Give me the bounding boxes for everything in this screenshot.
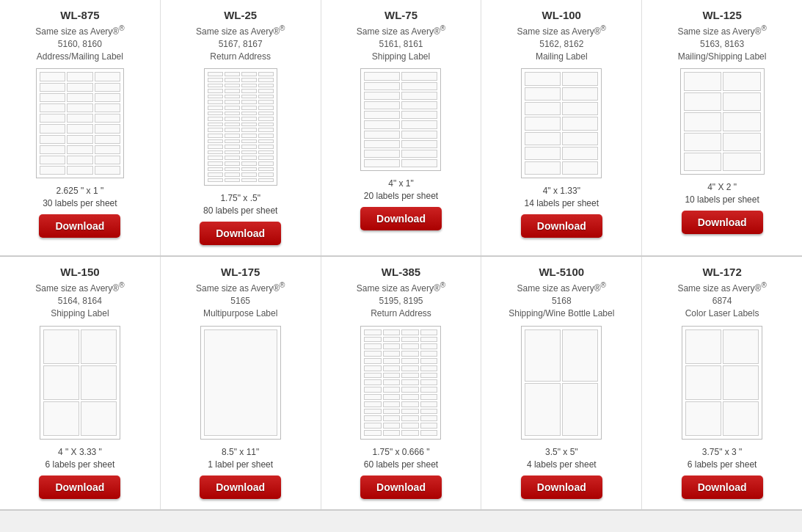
- cell-label-count: 1 label per sheet: [208, 459, 273, 470]
- label-cell-preview: [225, 117, 240, 121]
- download-button-wl-175[interactable]: Download: [200, 475, 281, 499]
- download-button-wl-875[interactable]: Download: [39, 214, 120, 238]
- label-cell-preview: [562, 147, 598, 160]
- label-cell-preview: [723, 329, 759, 364]
- label-cell-preview: [225, 112, 240, 116]
- label-cell-preview: [525, 383, 561, 436]
- label-cell-preview: [241, 150, 257, 155]
- label-cell-preview: [258, 139, 274, 144]
- label-cell-preview: [401, 329, 419, 335]
- cell-title: WL-172: [702, 266, 741, 278]
- label-cell-preview: [364, 140, 400, 148]
- label-cell-preview: [208, 95, 223, 99]
- download-button-wl-75[interactable]: Download: [360, 207, 442, 230]
- label-cell-preview: [208, 139, 223, 144]
- label-cell-preview: [401, 343, 419, 349]
- label-cell-preview: [258, 89, 274, 93]
- label-cell-preview: [383, 343, 401, 349]
- label-cell-preview: [225, 123, 240, 127]
- label-row-1: WL-150Same size as Avery®®5164, 8164Ship…: [0, 257, 802, 510]
- label-cell-preview: [401, 409, 419, 415]
- label-cell-preview: [208, 128, 223, 132]
- label-cell-preview: [383, 373, 401, 379]
- cell-dimensions: 1.75" x .5": [220, 193, 260, 203]
- label-cell-preview: [364, 329, 382, 335]
- label-cell-preview: [562, 87, 598, 101]
- label-cell-preview: [258, 178, 274, 183]
- label-cell-preview: [40, 135, 65, 144]
- label-cell-preview: [383, 351, 401, 357]
- download-button-wl-385[interactable]: Download: [360, 475, 442, 499]
- label-cell-preview: [67, 93, 92, 102]
- label-cell-preview: [67, 145, 92, 154]
- label-cell-preview: [383, 423, 401, 429]
- cell-dimensions: 1.75" x 0.666 ": [373, 447, 430, 457]
- label-cell-preview: [383, 401, 401, 407]
- label-cell-preview: [95, 114, 120, 123]
- label-cell-preview: [401, 387, 419, 393]
- label-cell-preview: [364, 150, 400, 158]
- label-cell-preview: [208, 178, 223, 183]
- label-cell-wl-172: WL-172Same size as Avery®®6874Color Lase…: [642, 257, 802, 509]
- label-cell-preview: [40, 124, 65, 133]
- label-cell-preview: [383, 358, 401, 364]
- label-cell-wl-75: WL-75Same size as Avery®®5161, 8161Shipp…: [321, 0, 482, 255]
- cell-dimensions: 8.5" x 11": [222, 447, 259, 457]
- label-cell-preview: [67, 103, 92, 112]
- label-cell-preview: [241, 95, 257, 99]
- label-cell-preview: [383, 430, 401, 436]
- label-cell-preview: [208, 78, 223, 82]
- cell-dimensions: 3.5" x 5": [545, 447, 578, 457]
- label-cell-preview: [420, 415, 438, 421]
- label-cell-preview: [420, 423, 438, 429]
- label-cell-preview: [258, 134, 274, 138]
- label-cell-preview: [525, 87, 561, 101]
- label-cell-preview: [208, 145, 223, 149]
- label-cell-preview: [364, 351, 382, 357]
- cell-description: Same size as Avery®®5162, 8162Mailing La…: [517, 23, 606, 62]
- label-cell-wl-5100: WL-5100Same size as Avery®®5168Shipping/…: [481, 257, 642, 509]
- cell-dimensions: 4 " X 3.33 ": [58, 447, 102, 457]
- label-cell-preview: [208, 123, 223, 127]
- cell-title: WL-125: [702, 9, 741, 21]
- label-cell-preview: [383, 365, 401, 371]
- cell-title: WL-75: [384, 9, 418, 21]
- download-button-wl-5100[interactable]: Download: [521, 475, 602, 499]
- label-cell-preview: [241, 78, 257, 82]
- label-cell-preview: [95, 124, 120, 133]
- label-cell-preview: [241, 172, 257, 177]
- label-cell-preview: [364, 409, 382, 415]
- label-cell-preview: [208, 106, 223, 110]
- download-button-wl-25[interactable]: Download: [200, 222, 281, 245]
- label-cell-preview: [67, 135, 92, 144]
- cell-label-count: 20 labels per sheet: [364, 191, 438, 201]
- download-button-wl-100[interactable]: Download: [521, 214, 602, 238]
- cell-dimensions: 4" x 1.33": [543, 186, 580, 196]
- label-cell-preview: [684, 153, 722, 171]
- cell-description: Same size as Avery®®6874Color Laser Labe…: [677, 280, 766, 319]
- label-cell-preview: [364, 72, 400, 80]
- label-cell-preview: [67, 72, 92, 81]
- cell-description: Same size as Avery®®5160, 8160Address/Ma…: [35, 23, 124, 62]
- label-cell-preview: [401, 337, 419, 343]
- label-cell-preview: [81, 329, 117, 364]
- label-cell-preview: [43, 401, 79, 436]
- label-cell-preview: [364, 337, 382, 343]
- label-cell-preview: [95, 83, 120, 92]
- download-button-wl-125[interactable]: Download: [682, 211, 763, 234]
- label-cell-preview: [241, 106, 257, 110]
- cell-title: WL-385: [382, 266, 420, 278]
- cell-dimensions: 2.625 " x 1 ": [56, 186, 104, 196]
- cell-title: WL-100: [542, 9, 581, 21]
- label-cell-preview: [40, 114, 65, 123]
- label-preview-sheet: [521, 68, 602, 178]
- label-cell-wl-150: WL-150Same size as Avery®®5164, 8164Ship…: [0, 257, 161, 509]
- label-cell-preview: [401, 140, 437, 148]
- label-grid: WL-875Same size as Avery®®5160, 8160Addr…: [0, 0, 802, 511]
- label-cell-preview: [258, 72, 274, 76]
- download-button-wl-172[interactable]: Download: [682, 475, 763, 499]
- label-cell-preview: [241, 161, 257, 166]
- label-cell-preview: [208, 84, 223, 88]
- download-button-wl-150[interactable]: Download: [39, 475, 120, 499]
- label-cell-preview: [525, 102, 561, 115]
